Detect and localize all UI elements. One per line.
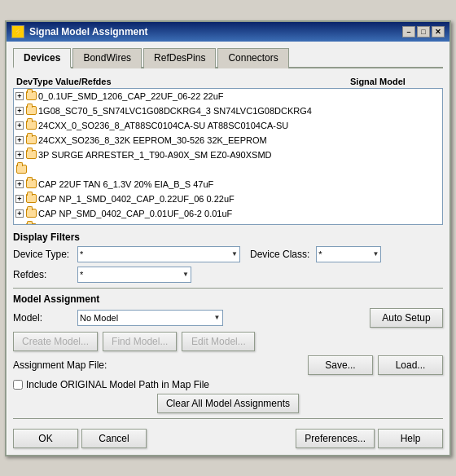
map-file-row: Assignment Map File: Save... Load...: [13, 355, 443, 375]
include-original-label: Include ORIGINAL Model Path in Map File: [26, 379, 209, 390]
title-bar-left: ⚡ Signal Model Assignment: [11, 25, 148, 38]
item-text-3: 24CXX_SO236_8_32K EEPROM_30-526 32K_EEPR…: [38, 135, 267, 145]
item-text-8: CAP NP_SMD_0402_CAP_0.01UF_06-2 0.01uF: [38, 209, 232, 218]
cancel-button[interactable]: Cancel: [81, 429, 147, 448]
refdes-row: Refdes: * ▼: [13, 267, 443, 283]
display-filters-label: Display Filters: [13, 231, 443, 243]
tab-bondwires[interactable]: BondWires: [72, 48, 142, 68]
folder-icon-3: [25, 134, 37, 146]
auto-setup-button[interactable]: Auto Setup: [370, 308, 443, 328]
preferences-button[interactable]: Preferences...: [296, 429, 375, 448]
include-original-row: Include ORIGINAL Model Path in Map File: [13, 379, 443, 390]
expand-icon-0[interactable]: +: [15, 92, 24, 100]
device-type-combo[interactable]: * ▼: [77, 246, 240, 262]
device-class-combo[interactable]: * ▼: [316, 246, 381, 262]
model-assignment-section: Model Assignment Model: No Model ▼ Auto …: [13, 293, 443, 413]
create-model-button[interactable]: Create Model...: [13, 332, 98, 351]
folder-icon-2: [25, 120, 37, 131]
device-type-label: Device Type:: [13, 249, 74, 260]
device-type-value: *: [80, 249, 83, 259]
model-btns-row: Create Model... Find Model... Edit Model…: [13, 332, 443, 351]
clear-all-button[interactable]: Clear All Model Assignments: [157, 394, 299, 413]
model-combo[interactable]: No Model ▼: [77, 310, 223, 326]
expand-icon-2[interactable]: +: [15, 121, 24, 130]
item-text-2: 24CXX_0_SO236_8_AT88SC0104CA-SU AT88SC01…: [38, 121, 288, 130]
window-icon: ⚡: [11, 25, 24, 38]
device-class-value: *: [318, 249, 322, 259]
refdes-arrow: ▼: [182, 271, 189, 278]
folder-icon-0: [25, 90, 37, 102]
ok-button[interactable]: OK: [13, 429, 78, 448]
title-buttons: – □ ✕: [402, 26, 445, 37]
refdes-combo[interactable]: * ▼: [77, 267, 191, 283]
expand-icon-1[interactable]: +: [15, 107, 24, 115]
window-body: Devices BondWires RefDesPins Connectors …: [7, 42, 449, 455]
model-row: Model: No Model ▼ Auto Setup: [13, 308, 443, 328]
assign-map-label: Assignment Map File:: [13, 359, 107, 371]
list-item-empty: [14, 162, 442, 177]
model-label: Model:: [13, 312, 74, 324]
list-item[interactable]: + CAP 22UF TAN 6_1.3V 20% EIA_B_S 47uF: [14, 177, 442, 192]
list-item[interactable]: + CAP NP_SMD_0402_CAP_0.01UF_06-2 0.01uF: [14, 206, 442, 221]
folder-icon-7: [25, 193, 37, 205]
device-class-arrow: ▼: [372, 250, 379, 258]
item-text-9: CAP NP_SMD_0402_CAP_0.1UF_06-21 0.1uF: [38, 223, 227, 225]
device-list[interactable]: + 0_0.1UF_SMD_1206_CAP_22UF_06-22 22uF +…: [13, 88, 443, 225]
item-text-0: 0_0.1UF_SMD_1206_CAP_22UF_06-22 22uF: [38, 91, 223, 101]
folder-icon-6: [25, 178, 37, 190]
minimize-button[interactable]: –: [402, 26, 415, 37]
device-class-label: Device Class:: [250, 249, 309, 260]
list-item[interactable]: + 3P SURGE ARRESTER_1_T90-A90X_SM EZ0-A9…: [14, 148, 442, 162]
item-text-4: 3P SURGE ARRESTER_1_T90-A90X_SM EZ0-A90X…: [38, 150, 272, 160]
save-button[interactable]: Save...: [308, 355, 373, 375]
item-text-6: CAP 22UF TAN 6_1.3V 20% EIA_B_S 47uF: [38, 179, 213, 189]
list-item[interactable]: + 1G08_SC70_5_SN74LVC1G08DCKRG4_3 SN74LV…: [14, 104, 442, 118]
footer-right: Preferences... Help: [296, 429, 443, 448]
tab-connectors[interactable]: Connectors: [217, 48, 288, 68]
clear-btn-row: Clear All Model Assignments: [13, 394, 443, 413]
tab-refdespeins[interactable]: RefDesPins: [143, 48, 216, 68]
model-arrow: ▼: [214, 314, 221, 321]
tab-devices[interactable]: Devices: [13, 48, 71, 68]
list-item[interactable]: + 24CXX_0_SO236_8_AT88SC0104CA-SU AT88SC…: [14, 118, 442, 133]
separator-1: [13, 288, 443, 289]
display-filters-section: Display Filters Device Type: * ▼ Device …: [13, 231, 443, 283]
expand-icon-4[interactable]: +: [15, 151, 24, 159]
item-text-1: 1G08_SC70_5_SN74LVC1G08DCKRG4_3 SN74LVC1…: [38, 106, 312, 116]
footer-buttons: OK Cancel Preferences... Help: [13, 424, 443, 448]
main-window: ⚡ Signal Model Assignment – □ ✕ Devices …: [5, 20, 451, 456]
refdes-label: Refdes:: [13, 269, 74, 280]
window-title: Signal Model Assignment: [29, 26, 148, 37]
expand-icon-7[interactable]: +: [15, 195, 24, 203]
device-type-arrow: ▼: [231, 250, 238, 258]
expand-icon-3[interactable]: +: [15, 136, 24, 144]
folder-icon-8: [25, 208, 37, 219]
load-button[interactable]: Load...: [378, 355, 443, 375]
help-button[interactable]: Help: [378, 429, 443, 448]
maximize-button[interactable]: □: [417, 26, 430, 37]
header-signal-model: Signal Model: [350, 77, 440, 86]
model-value: No Model: [80, 313, 118, 323]
folder-icon-9: [25, 223, 37, 225]
folder-icon-1: [25, 105, 37, 117]
model-assignment-label: Model Assignment: [13, 293, 443, 305]
list-item[interactable]: + CAP NP_1_SMD_0402_CAP_0.22UF_06 0.22uF: [14, 192, 442, 206]
edit-model-button[interactable]: Edit Model...: [182, 332, 255, 351]
folder-icon-4: [25, 149, 37, 161]
expand-icon-9[interactable]: +: [15, 224, 24, 225]
list-item[interactable]: + CAP NP_SMD_0402_CAP_0.1UF_06-21 0.1uF: [14, 221, 442, 225]
find-model-button[interactable]: Find Model...: [103, 332, 177, 351]
list-item[interactable]: + 0_0.1UF_SMD_1206_CAP_22UF_06-22 22uF: [14, 89, 442, 104]
expand-icon-8[interactable]: +: [15, 209, 24, 218]
list-item[interactable]: + 24CXX_SO236_8_32K EEPROM_30-526 32K_EE…: [14, 133, 442, 148]
separator-2: [13, 418, 443, 419]
tab-bar: Devices BondWires RefDesPins Connectors: [13, 46, 443, 68]
title-bar: ⚡ Signal Model Assignment – □ ✕: [7, 22, 449, 42]
item-text-7: CAP NP_1_SMD_0402_CAP_0.22UF_06 0.22uF: [38, 194, 235, 204]
refdes-value: *: [80, 270, 83, 280]
device-type-row: Device Type: * ▼ Device Class: * ▼: [13, 246, 443, 262]
header-devtype: DevType Value/Refdes: [16, 77, 350, 86]
close-button[interactable]: ✕: [432, 26, 445, 37]
include-original-checkbox[interactable]: [13, 380, 23, 390]
expand-icon-6[interactable]: +: [15, 180, 24, 188]
